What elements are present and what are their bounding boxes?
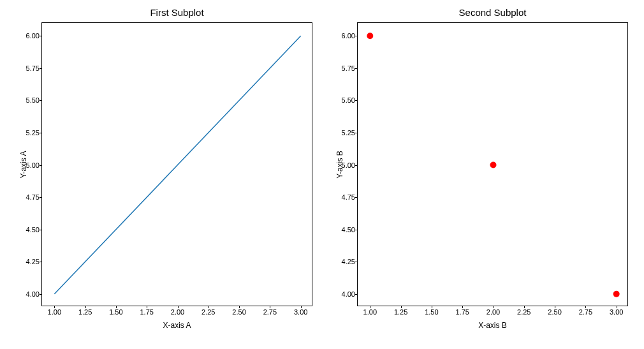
scatter-point [367, 33, 373, 39]
y-tick-label: 5.50 [333, 96, 355, 104]
x-tick-label: 2.00 [487, 308, 500, 316]
x-tick-mark [524, 306, 525, 308]
x-tick-label: 1.00 [363, 308, 377, 316]
y-tick-label: 5.00 [18, 161, 40, 169]
x-tick-label: 2.50 [548, 308, 561, 316]
x-tick-label: 2.50 [232, 308, 245, 316]
y-tick-label: 5.25 [18, 129, 40, 137]
x-axis-label-a: X-axis A [42, 321, 312, 330]
y-tick-label: 4.75 [18, 193, 40, 201]
y-tick-label: 5.50 [18, 96, 40, 104]
y-tick-label: 5.75 [18, 64, 40, 72]
y-ticks-a: 4.004.254.504.755.005.255.505.756.00 [18, 23, 40, 306]
x-tick-label: 1.50 [425, 308, 438, 316]
chart-title-b: Second Subplot [357, 7, 628, 18]
plot-area-b: Y-axis B X-axis B 4.004.254.504.755.005.… [357, 22, 628, 306]
scatter-chart-svg [358, 23, 627, 306]
x-tick-label: 2.75 [263, 308, 277, 316]
x-tick-mark [370, 306, 370, 308]
y-ticks-b: 4.004.254.504.755.005.255.505.756.00 [333, 23, 355, 306]
x-tick-mark [432, 306, 432, 308]
x-tick-mark [617, 306, 617, 308]
x-tick-label: 1.75 [455, 308, 469, 316]
scatter-point [613, 291, 620, 297]
x-tick-mark [178, 306, 179, 308]
y-tick-label: 4.00 [18, 290, 40, 298]
y-tick-label: 6.00 [333, 32, 355, 40]
y-tick-label: 4.50 [333, 226, 355, 234]
y-tick-label: 4.00 [333, 290, 355, 298]
x-tick-mark [270, 306, 270, 308]
x-tick-label: 3.00 [610, 308, 623, 316]
subplot-second: Second Subplot Y-axis B X-axis B 4.004.2… [357, 22, 628, 306]
x-tick-mark [85, 306, 86, 308]
y-tick-label: 5.00 [333, 161, 355, 169]
x-ticks-a: 1.001.251.501.752.002.252.502.753.00 [42, 308, 312, 318]
y-tick-label: 4.75 [333, 193, 355, 201]
x-tick-mark [301, 306, 302, 308]
x-tick-label: 1.25 [394, 308, 407, 316]
x-axis-label-b: X-axis B [358, 321, 627, 330]
x-tick-label: 2.00 [171, 308, 184, 316]
x-tick-mark [462, 306, 463, 308]
line-series [54, 36, 300, 294]
y-tick-label: 4.25 [18, 258, 40, 265]
figure: First Subplot Y-axis A X-axis A 4.004.25… [0, 0, 644, 349]
x-tick-label: 1.75 [140, 308, 153, 316]
x-tick-mark [209, 306, 209, 308]
x-tick-mark [116, 306, 117, 308]
line-chart-svg [42, 23, 312, 306]
x-tick-label: 3.00 [294, 308, 307, 316]
x-tick-mark [555, 306, 555, 308]
y-tick-label: 4.50 [18, 226, 40, 234]
y-tick-label: 4.25 [333, 258, 355, 265]
x-tick-mark [494, 306, 494, 308]
y-tick-label: 6.00 [18, 32, 40, 40]
x-tick-mark [585, 306, 586, 308]
x-tick-label: 1.50 [109, 308, 122, 316]
x-tick-label: 1.00 [48, 308, 61, 316]
x-tick-mark [401, 306, 402, 308]
subplot-first: First Subplot Y-axis A X-axis A 4.004.25… [41, 22, 312, 306]
x-tick-label: 2.25 [201, 308, 215, 316]
x-ticks-b: 1.001.251.501.752.002.252.502.753.00 [358, 308, 627, 318]
x-tick-mark [239, 306, 240, 308]
chart-title-a: First Subplot [41, 7, 312, 18]
x-tick-label: 1.25 [78, 308, 92, 316]
scatter-point [490, 162, 497, 168]
x-tick-label: 2.75 [579, 308, 592, 316]
plot-area-a: Y-axis A X-axis A 4.004.254.504.755.005.… [41, 22, 312, 306]
y-tick-label: 5.75 [333, 64, 355, 72]
x-tick-mark [147, 306, 147, 308]
x-tick-label: 2.25 [517, 308, 531, 316]
y-tick-label: 5.25 [333, 129, 355, 137]
x-tick-mark [54, 306, 55, 308]
